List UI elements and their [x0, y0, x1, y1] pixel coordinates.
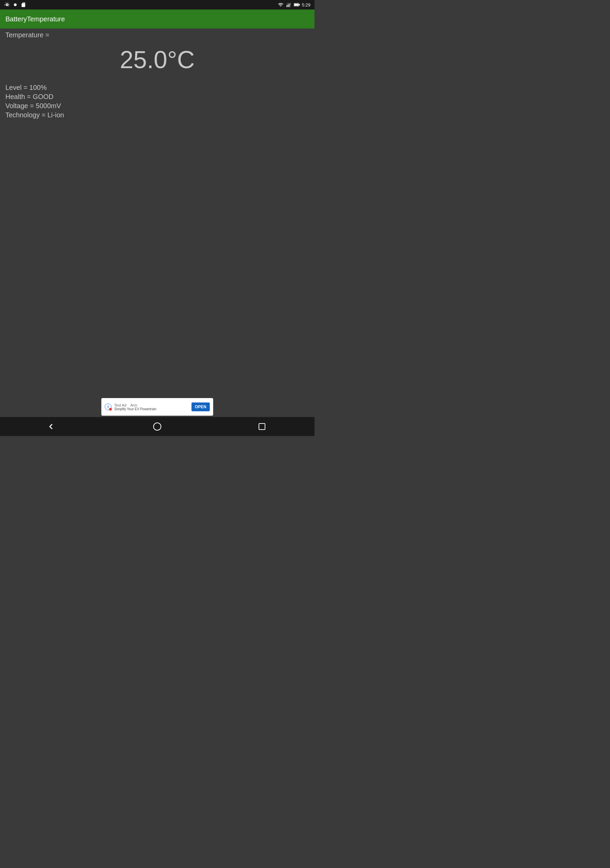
ad-info-icon: i	[105, 403, 111, 410]
battery-info: Level = 100% Health = GOOD Voltage = 500…	[5, 84, 309, 119]
svg-rect-10	[259, 423, 265, 429]
app-title: BatteryTemperature	[5, 15, 65, 23]
technology-info: Technology = Li-ion	[5, 111, 309, 119]
status-bar-right-icons: 5:29	[277, 2, 310, 8]
svg-point-0	[14, 3, 17, 6]
ad-open-button[interactable]: OPEN	[192, 403, 210, 411]
sd-card-icon	[20, 2, 26, 8]
svg-rect-1	[286, 5, 287, 7]
ad-banner[interactable]: i Test Ad Arm Simplify Your EV Powertrai…	[101, 398, 213, 416]
status-bar-left-icons	[4, 2, 26, 8]
status-time: 5:29	[302, 2, 310, 8]
temperature-value: 25.0°C	[5, 39, 309, 84]
temperature-label: Temperature =	[5, 31, 309, 39]
ad-headline: Simplify Your EV Powertrain	[114, 407, 189, 411]
svg-rect-3	[289, 4, 290, 7]
battery-icon	[294, 2, 300, 8]
svg-rect-7	[294, 4, 299, 6]
svg-rect-2	[287, 5, 288, 7]
status-bar: 5:29	[0, 0, 314, 9]
nav-recents-button[interactable]	[254, 418, 271, 435]
voltage-info: Voltage = 5000mV	[5, 102, 309, 110]
nav-back-button[interactable]	[44, 418, 61, 435]
alarm-icon	[4, 2, 10, 8]
app-bar: BatteryTemperature	[0, 9, 314, 28]
svg-rect-4	[290, 3, 290, 7]
level-info: Level = 100%	[5, 84, 309, 91]
main-content: Temperature = 25.0°C Level = 100% Health…	[0, 28, 314, 122]
svg-rect-6	[299, 4, 300, 5]
ad-source: Test Ad Arm	[114, 403, 189, 407]
nav-bar	[0, 417, 314, 436]
circle-icon	[12, 2, 18, 8]
svg-point-9	[153, 423, 161, 430]
health-info: Health = GOOD	[5, 93, 309, 101]
signal-icon	[286, 2, 292, 8]
wifi-icon	[277, 2, 284, 8]
ad-text-block: Test Ad Arm Simplify Your EV Powertrain	[114, 403, 189, 411]
svg-marker-8	[49, 424, 55, 429]
nav-home-button[interactable]	[149, 418, 166, 435]
